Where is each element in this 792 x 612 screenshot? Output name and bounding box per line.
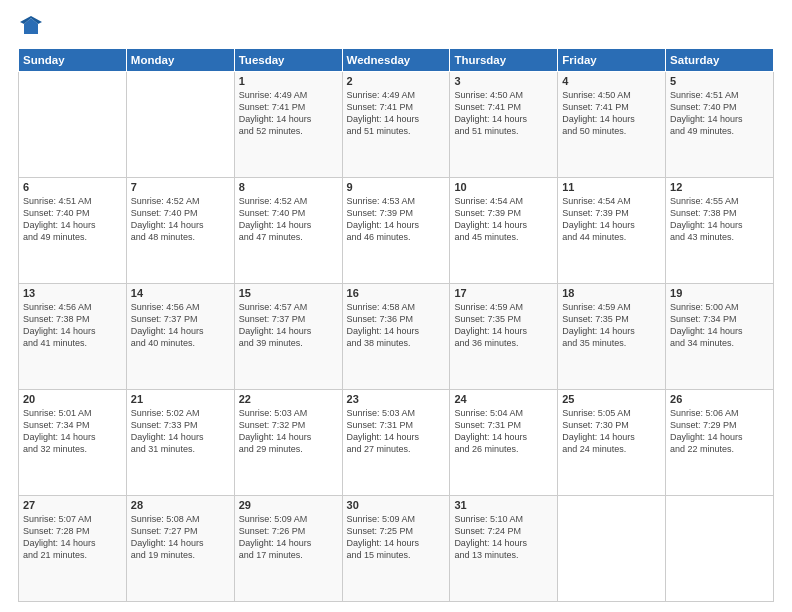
day-number: 17 [454, 287, 553, 299]
day-cell: 23Sunrise: 5:03 AM Sunset: 7:31 PM Dayli… [342, 390, 450, 496]
day-detail: Sunrise: 4:59 AM Sunset: 7:35 PM Dayligh… [454, 301, 553, 350]
day-cell: 31Sunrise: 5:10 AM Sunset: 7:24 PM Dayli… [450, 496, 558, 602]
calendar-table: SundayMondayTuesdayWednesdayThursdayFrid… [18, 48, 774, 602]
week-row-2: 6Sunrise: 4:51 AM Sunset: 7:40 PM Daylig… [19, 178, 774, 284]
day-number: 23 [347, 393, 446, 405]
header-wednesday: Wednesday [342, 49, 450, 72]
day-cell [19, 72, 127, 178]
day-number: 27 [23, 499, 122, 511]
day-detail: Sunrise: 5:08 AM Sunset: 7:27 PM Dayligh… [131, 513, 230, 562]
week-row-4: 20Sunrise: 5:01 AM Sunset: 7:34 PM Dayli… [19, 390, 774, 496]
day-number: 8 [239, 181, 338, 193]
day-detail: Sunrise: 5:02 AM Sunset: 7:33 PM Dayligh… [131, 407, 230, 456]
day-cell: 29Sunrise: 5:09 AM Sunset: 7:26 PM Dayli… [234, 496, 342, 602]
day-detail: Sunrise: 4:51 AM Sunset: 7:40 PM Dayligh… [670, 89, 769, 138]
day-number: 20 [23, 393, 122, 405]
day-cell: 25Sunrise: 5:05 AM Sunset: 7:30 PM Dayli… [558, 390, 666, 496]
day-cell: 6Sunrise: 4:51 AM Sunset: 7:40 PM Daylig… [19, 178, 127, 284]
day-detail: Sunrise: 4:56 AM Sunset: 7:38 PM Dayligh… [23, 301, 122, 350]
header-thursday: Thursday [450, 49, 558, 72]
day-detail: Sunrise: 4:49 AM Sunset: 7:41 PM Dayligh… [239, 89, 338, 138]
day-cell: 19Sunrise: 5:00 AM Sunset: 7:34 PM Dayli… [666, 284, 774, 390]
day-detail: Sunrise: 4:50 AM Sunset: 7:41 PM Dayligh… [562, 89, 661, 138]
day-cell: 8Sunrise: 4:52 AM Sunset: 7:40 PM Daylig… [234, 178, 342, 284]
day-number: 10 [454, 181, 553, 193]
day-cell: 15Sunrise: 4:57 AM Sunset: 7:37 PM Dayli… [234, 284, 342, 390]
day-number: 16 [347, 287, 446, 299]
day-cell: 14Sunrise: 4:56 AM Sunset: 7:37 PM Dayli… [126, 284, 234, 390]
day-cell: 9Sunrise: 4:53 AM Sunset: 7:39 PM Daylig… [342, 178, 450, 284]
day-detail: Sunrise: 5:03 AM Sunset: 7:32 PM Dayligh… [239, 407, 338, 456]
logo [18, 18, 42, 38]
header [18, 18, 774, 38]
day-cell: 10Sunrise: 4:54 AM Sunset: 7:39 PM Dayli… [450, 178, 558, 284]
day-cell: 1Sunrise: 4:49 AM Sunset: 7:41 PM Daylig… [234, 72, 342, 178]
week-row-1: 1Sunrise: 4:49 AM Sunset: 7:41 PM Daylig… [19, 72, 774, 178]
day-detail: Sunrise: 5:09 AM Sunset: 7:26 PM Dayligh… [239, 513, 338, 562]
day-number: 11 [562, 181, 661, 193]
day-detail: Sunrise: 5:04 AM Sunset: 7:31 PM Dayligh… [454, 407, 553, 456]
day-number: 21 [131, 393, 230, 405]
header-friday: Friday [558, 49, 666, 72]
day-number: 9 [347, 181, 446, 193]
day-cell: 4Sunrise: 4:50 AM Sunset: 7:41 PM Daylig… [558, 72, 666, 178]
day-cell [558, 496, 666, 602]
day-detail: Sunrise: 4:52 AM Sunset: 7:40 PM Dayligh… [239, 195, 338, 244]
page: SundayMondayTuesdayWednesdayThursdayFrid… [0, 0, 792, 612]
day-cell [126, 72, 234, 178]
day-number: 3 [454, 75, 553, 87]
day-number: 14 [131, 287, 230, 299]
day-detail: Sunrise: 4:57 AM Sunset: 7:37 PM Dayligh… [239, 301, 338, 350]
day-cell: 26Sunrise: 5:06 AM Sunset: 7:29 PM Dayli… [666, 390, 774, 496]
day-cell: 30Sunrise: 5:09 AM Sunset: 7:25 PM Dayli… [342, 496, 450, 602]
day-cell: 17Sunrise: 4:59 AM Sunset: 7:35 PM Dayli… [450, 284, 558, 390]
day-detail: Sunrise: 4:56 AM Sunset: 7:37 PM Dayligh… [131, 301, 230, 350]
day-cell: 21Sunrise: 5:02 AM Sunset: 7:33 PM Dayli… [126, 390, 234, 496]
day-detail: Sunrise: 4:53 AM Sunset: 7:39 PM Dayligh… [347, 195, 446, 244]
day-detail: Sunrise: 4:54 AM Sunset: 7:39 PM Dayligh… [562, 195, 661, 244]
day-number: 12 [670, 181, 769, 193]
day-number: 1 [239, 75, 338, 87]
day-cell: 22Sunrise: 5:03 AM Sunset: 7:32 PM Dayli… [234, 390, 342, 496]
day-detail: Sunrise: 5:09 AM Sunset: 7:25 PM Dayligh… [347, 513, 446, 562]
day-cell: 20Sunrise: 5:01 AM Sunset: 7:34 PM Dayli… [19, 390, 127, 496]
day-cell: 24Sunrise: 5:04 AM Sunset: 7:31 PM Dayli… [450, 390, 558, 496]
day-detail: Sunrise: 4:49 AM Sunset: 7:41 PM Dayligh… [347, 89, 446, 138]
day-detail: Sunrise: 4:52 AM Sunset: 7:40 PM Dayligh… [131, 195, 230, 244]
day-detail: Sunrise: 5:06 AM Sunset: 7:29 PM Dayligh… [670, 407, 769, 456]
day-detail: Sunrise: 4:51 AM Sunset: 7:40 PM Dayligh… [23, 195, 122, 244]
day-cell: 5Sunrise: 4:51 AM Sunset: 7:40 PM Daylig… [666, 72, 774, 178]
week-row-5: 27Sunrise: 5:07 AM Sunset: 7:28 PM Dayli… [19, 496, 774, 602]
day-detail: Sunrise: 4:50 AM Sunset: 7:41 PM Dayligh… [454, 89, 553, 138]
day-number: 19 [670, 287, 769, 299]
day-detail: Sunrise: 4:55 AM Sunset: 7:38 PM Dayligh… [670, 195, 769, 244]
day-number: 25 [562, 393, 661, 405]
day-cell: 7Sunrise: 4:52 AM Sunset: 7:40 PM Daylig… [126, 178, 234, 284]
week-row-3: 13Sunrise: 4:56 AM Sunset: 7:38 PM Dayli… [19, 284, 774, 390]
day-number: 24 [454, 393, 553, 405]
day-number: 13 [23, 287, 122, 299]
day-cell: 13Sunrise: 4:56 AM Sunset: 7:38 PM Dayli… [19, 284, 127, 390]
logo-icon [20, 16, 42, 38]
day-cell: 18Sunrise: 4:59 AM Sunset: 7:35 PM Dayli… [558, 284, 666, 390]
day-number: 2 [347, 75, 446, 87]
day-detail: Sunrise: 5:03 AM Sunset: 7:31 PM Dayligh… [347, 407, 446, 456]
day-detail: Sunrise: 4:59 AM Sunset: 7:35 PM Dayligh… [562, 301, 661, 350]
header-sunday: Sunday [19, 49, 127, 72]
day-detail: Sunrise: 5:10 AM Sunset: 7:24 PM Dayligh… [454, 513, 553, 562]
day-number: 18 [562, 287, 661, 299]
day-number: 6 [23, 181, 122, 193]
day-cell: 27Sunrise: 5:07 AM Sunset: 7:28 PM Dayli… [19, 496, 127, 602]
day-cell: 16Sunrise: 4:58 AM Sunset: 7:36 PM Dayli… [342, 284, 450, 390]
day-detail: Sunrise: 4:58 AM Sunset: 7:36 PM Dayligh… [347, 301, 446, 350]
day-number: 5 [670, 75, 769, 87]
day-cell: 11Sunrise: 4:54 AM Sunset: 7:39 PM Dayli… [558, 178, 666, 284]
day-number: 30 [347, 499, 446, 511]
header-tuesday: Tuesday [234, 49, 342, 72]
day-detail: Sunrise: 5:01 AM Sunset: 7:34 PM Dayligh… [23, 407, 122, 456]
day-cell: 3Sunrise: 4:50 AM Sunset: 7:41 PM Daylig… [450, 72, 558, 178]
day-cell: 12Sunrise: 4:55 AM Sunset: 7:38 PM Dayli… [666, 178, 774, 284]
day-number: 29 [239, 499, 338, 511]
day-number: 15 [239, 287, 338, 299]
day-number: 22 [239, 393, 338, 405]
